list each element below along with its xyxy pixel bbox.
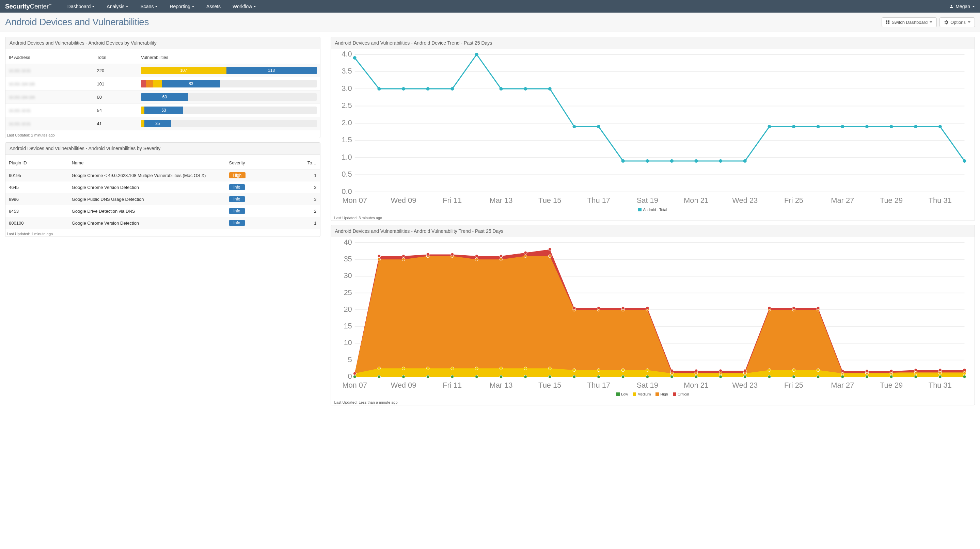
subheader: Android Devices and Vulnerabilities Swit… <box>0 13 980 32</box>
nav-dashboard[interactable]: Dashboard <box>67 4 95 9</box>
table-row[interactable]: 10.201 10.015453 <box>5 104 320 117</box>
svg-point-39 <box>548 87 551 90</box>
svg-text:3.0: 3.0 <box>342 84 352 93</box>
table-row[interactable]: 10.201 10.014135 <box>5 117 320 130</box>
svg-point-95 <box>524 375 527 378</box>
svg-text:4.0: 4.0 <box>342 51 352 58</box>
table-row[interactable]: 8996Google Public DNS Usage DetectionInf… <box>5 193 320 205</box>
panel-header: Android Devices and Vulnerabilities - An… <box>331 37 975 49</box>
svg-text:30: 30 <box>344 271 352 280</box>
svg-point-42 <box>621 159 625 163</box>
panel-devices: Android Devices and Vulnerabilities - An… <box>5 37 320 138</box>
svg-point-34 <box>426 87 430 90</box>
table-row[interactable]: 10.201 104 10510183 <box>5 77 320 90</box>
svg-point-110 <box>890 375 893 378</box>
device-trend-chart[interactable]: 0.00.51.01.52.02.53.03.54.0Mon 07Wed 09F… <box>334 51 971 207</box>
nav-assets[interactable]: Assets <box>206 4 221 9</box>
svg-point-104 <box>743 375 746 378</box>
col-header[interactable]: IP Address <box>5 51 94 64</box>
col-header[interactable]: Severity <box>226 157 282 170</box>
svg-point-176 <box>597 306 600 309</box>
nav-analysis[interactable]: Analysis <box>107 4 128 9</box>
nav-scans[interactable]: Scans <box>140 4 158 9</box>
svg-point-36 <box>475 53 478 56</box>
table-row[interactable]: 10.201 104 1046060 <box>5 90 320 104</box>
svg-point-186 <box>841 369 844 372</box>
svg-text:35: 35 <box>344 255 352 263</box>
svg-point-141 <box>378 258 381 261</box>
table-row[interactable]: 90195Google Chrome < 49.0.2623.108 Multi… <box>5 170 320 181</box>
svg-point-46 <box>719 159 722 163</box>
nav-workflow[interactable]: Workflow <box>232 4 256 9</box>
svg-text:Mar 13: Mar 13 <box>489 381 512 389</box>
svg-point-119 <box>475 367 478 370</box>
svg-point-190 <box>939 368 942 371</box>
svg-point-174 <box>548 248 551 251</box>
nav-reporting[interactable]: Reporting <box>170 4 194 9</box>
svg-text:Sat 19: Sat 19 <box>636 381 658 389</box>
svg-text:0: 0 <box>348 372 352 381</box>
table-row[interactable]: 4645Google Chrome Version DetectionInfo3 <box>5 181 320 193</box>
svg-point-118 <box>450 367 453 370</box>
svg-text:3.5: 3.5 <box>342 67 352 75</box>
svg-point-93 <box>475 375 478 378</box>
svg-text:20: 20 <box>344 305 352 314</box>
svg-point-122 <box>548 367 551 370</box>
svg-text:15: 15 <box>344 322 352 330</box>
svg-point-132 <box>792 368 795 371</box>
svg-text:Fri 11: Fri 11 <box>443 381 462 389</box>
col-header[interactable]: Total <box>94 51 138 64</box>
svg-point-183 <box>768 306 771 309</box>
svg-point-117 <box>426 367 430 370</box>
options-button[interactable]: Options <box>939 17 975 27</box>
col-header[interactable]: Name <box>68 157 226 170</box>
svg-text:1.5: 1.5 <box>342 135 352 144</box>
vuln-trend-chart[interactable]: 0510152025303540Mon 07Wed 09Fri 11Mar 13… <box>334 239 971 392</box>
svg-point-167 <box>378 255 381 258</box>
table-row[interactable]: 10.201 10.01220107113 <box>5 64 320 77</box>
user-menu[interactable]: Megan <box>949 4 975 9</box>
svg-point-172 <box>500 255 503 258</box>
svg-text:Fri 25: Fri 25 <box>784 381 803 389</box>
severity-badge: Info <box>229 220 245 226</box>
svg-text:Wed 09: Wed 09 <box>391 196 416 205</box>
col-header[interactable]: Vulnerabilities <box>138 51 320 64</box>
svg-point-123 <box>573 368 576 371</box>
svg-point-147 <box>524 255 527 258</box>
svg-point-33 <box>402 87 405 90</box>
svg-point-177 <box>621 306 625 309</box>
svg-text:Tue 15: Tue 15 <box>538 196 561 205</box>
chevron-down-icon <box>192 6 194 7</box>
brand-logo[interactable]: SecurityCenter™ <box>5 3 49 10</box>
svg-point-173 <box>524 251 527 254</box>
svg-text:25: 25 <box>344 288 352 297</box>
table-row[interactable]: 8453Google Drive Detection via DNSInfo2 <box>5 205 320 217</box>
col-header[interactable]: To… <box>282 157 320 170</box>
svg-point-41 <box>597 125 600 129</box>
svg-point-116 <box>402 367 405 370</box>
table-row[interactable]: 800100Google Chrome Version DetectionInf… <box>5 217 320 229</box>
col-header[interactable]: Plugin ID <box>5 157 68 170</box>
svg-text:2.5: 2.5 <box>342 101 352 109</box>
severity-badge: Info <box>229 208 245 214</box>
svg-point-189 <box>914 368 917 371</box>
svg-text:Sat 19: Sat 19 <box>636 196 658 205</box>
svg-text:Mar 13: Mar 13 <box>489 196 512 205</box>
svg-point-32 <box>377 87 381 90</box>
svg-point-55 <box>938 125 942 129</box>
svg-text:Wed 23: Wed 23 <box>732 381 758 389</box>
svg-point-98 <box>597 375 600 378</box>
last-updated: Last Updated: 2 minutes ago <box>5 130 320 138</box>
svg-point-170 <box>450 253 453 256</box>
vuln-bar: 83 <box>141 80 317 87</box>
devices-table: IP AddressTotalVulnerabilities 10.201 10… <box>5 51 320 130</box>
svg-point-89 <box>378 375 381 378</box>
switch-dashboard-button[interactable]: Switch Dashboard <box>881 17 937 27</box>
svg-point-191 <box>963 368 966 371</box>
svg-text:Wed 23: Wed 23 <box>732 196 758 205</box>
svg-point-50 <box>816 125 819 129</box>
severity-badge: Info <box>229 196 245 202</box>
svg-point-121 <box>524 367 527 370</box>
svg-text:Tue 15: Tue 15 <box>538 381 561 389</box>
svg-point-31 <box>353 56 356 60</box>
